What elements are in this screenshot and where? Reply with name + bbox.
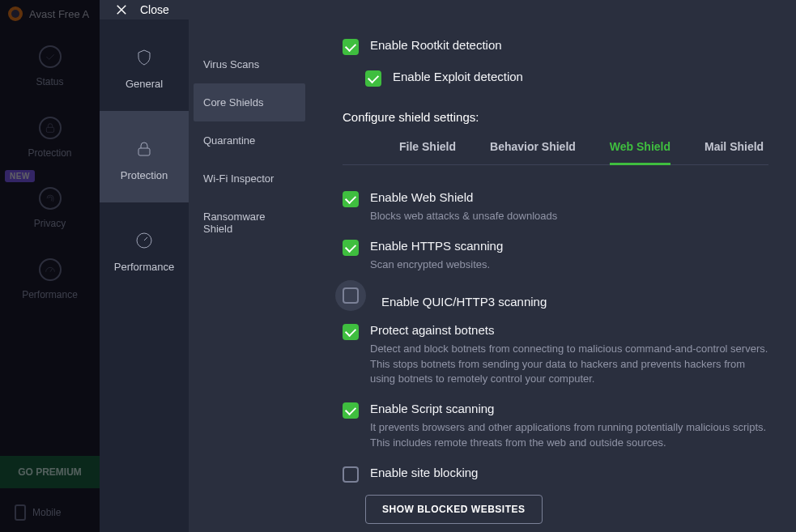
fingerprint-icon [39, 187, 62, 210]
subcat-ransomware-shield[interactable]: Ransomware Shield [189, 198, 310, 248]
checkbox[interactable] [343, 191, 359, 207]
option-site-blocking: Enable site blocking [343, 458, 768, 490]
modal-body: General Protection Performance Virus Sca… [100, 19, 796, 532]
option-https-scanning: Enable HTTPS scanning Scan encrypted web… [343, 232, 768, 280]
option-label: Enable Exploit detection [393, 70, 523, 83]
close-icon [114, 2, 129, 17]
settings-modal: Close General Protection Performance [100, 0, 796, 532]
option-botnets: Protect against botnets Detect and block… [343, 316, 768, 395]
tab-mail-shield[interactable]: Mail Shield [704, 132, 764, 165]
svg-line-8 [144, 237, 147, 240]
option-rootkit-detection: Enable Rootkit detection [343, 31, 768, 62]
settings-content: Enable Rootkit detection Enable Exploit … [310, 19, 796, 532]
option-desc: Scan encrypted websites. [370, 257, 503, 273]
option-exploit-detection: Enable Exploit detection [343, 62, 768, 94]
option-desc: Blocks web attacks & unsafe downloads [370, 209, 557, 224]
subcat-wifi-inspector[interactable]: Wi-Fi Inspector [189, 160, 310, 198]
lock-icon [39, 117, 62, 139]
checkbox[interactable] [343, 287, 359, 304]
checkbox[interactable] [343, 240, 359, 256]
app-title: Avast Free A [29, 8, 89, 20]
subcat-quarantine[interactable]: Quarantine [189, 121, 310, 160]
main-nav-mobile-label: Mobile [32, 507, 61, 518]
checkbox[interactable] [365, 70, 381, 87]
mobile-icon [15, 504, 26, 521]
gauge-icon [134, 230, 155, 251]
cat-label: General [126, 78, 163, 90]
gauge-icon [39, 258, 62, 281]
option-quic-http3: Enable QUIC/HTTP3 scanning [343, 280, 768, 316]
main-nav-protection[interactable]: Protection [0, 99, 100, 170]
app-brand: Avast Free A [0, 0, 100, 28]
cat-protection[interactable]: Protection [100, 111, 189, 202]
checkbox[interactable] [343, 466, 359, 483]
check-circle-icon [39, 45, 62, 68]
cat-label: Protection [121, 169, 168, 181]
show-blocked-websites-button[interactable]: SHOW BLOCKED WEBSITES [365, 495, 543, 524]
cat-general[interactable]: General [100, 19, 189, 111]
lock-icon [134, 138, 155, 160]
subcat-core-shields[interactable]: Core Shields [194, 83, 305, 121]
option-label: Protect against botnets [370, 323, 768, 337]
option-desc: It prevents browsers and other applicati… [370, 420, 768, 451]
checkbox[interactable] [343, 402, 359, 419]
option-desc: Detect and block botnets from connecting… [370, 342, 768, 388]
subcat-virus-scans[interactable]: Virus Scans [189, 45, 310, 83]
tab-file-shield[interactable]: File Shield [399, 132, 456, 165]
tab-behavior-shield[interactable]: Behavior Shield [490, 132, 576, 165]
settings-subcat-list: Virus Scans Core Shields Quarantine Wi-F… [189, 19, 310, 532]
close-button[interactable] [114, 2, 129, 17]
main-nav-mobile[interactable]: Mobile [0, 504, 100, 521]
checkbox[interactable] [343, 324, 359, 340]
svg-line-1 [50, 269, 53, 272]
go-premium-button[interactable]: GO PREMIUM [0, 456, 100, 488]
option-script-scanning: Enable Script scanning It prevents brows… [343, 394, 768, 458]
main-nav-label: Privacy [34, 218, 66, 229]
new-badge: NEW [5, 170, 35, 182]
settings-category-sidebar: General Protection Performance [100, 19, 189, 532]
main-nav-label: Status [36, 76, 63, 87]
configure-title: Configure shield settings: [343, 110, 768, 124]
checkbox-focus-ring [335, 280, 366, 311]
option-label: Enable Web Shield [370, 190, 557, 204]
checkbox[interactable] [343, 39, 359, 55]
main-nav-label: Protection [28, 147, 71, 159]
cat-label: Performance [114, 261, 174, 273]
shield-tabs: File Shield Behavior Shield Web Shield M… [343, 132, 768, 165]
avast-logo-icon [8, 6, 23, 21]
modal-header: Close [100, 0, 796, 19]
option-label: Enable HTTPS scanning [370, 239, 503, 253]
option-label: Enable QUIC/HTTP3 scanning [381, 295, 547, 309]
shield-outline-icon [134, 47, 155, 68]
svg-rect-6 [138, 148, 150, 155]
app-main-nav: Avast Free A Status Protection NEW Priva… [0, 0, 100, 532]
cat-performance[interactable]: Performance [100, 202, 189, 294]
option-web-shield: Enable Web Shield Blocks web attacks & u… [343, 183, 768, 232]
main-nav-privacy[interactable]: Privacy [0, 182, 100, 240]
main-nav-performance[interactable]: Performance [0, 240, 100, 312]
option-label: Enable site blocking [370, 466, 478, 479]
svg-rect-0 [46, 127, 53, 132]
tab-web-shield[interactable]: Web Shield [610, 132, 670, 165]
option-label: Enable Script scanning [370, 402, 768, 415]
option-label: Enable Rootkit detection [370, 38, 502, 52]
main-nav-label: Performance [22, 289, 78, 300]
main-nav-status[interactable]: Status [0, 28, 100, 99]
close-label: Close [140, 3, 169, 16]
